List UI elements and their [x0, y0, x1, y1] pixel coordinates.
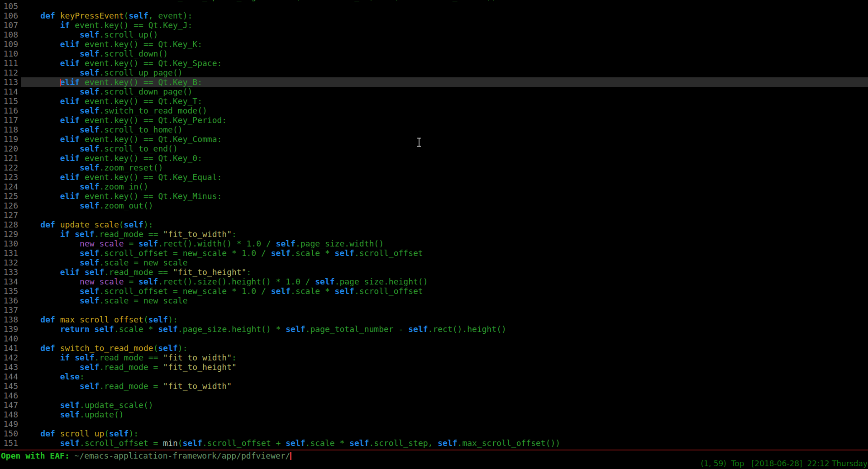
code-line[interactable]: 116 self.switch_to_read_mode()	[0, 106, 868, 115]
code-line[interactable]: 141 def switch_to_read_mode(self):	[0, 343, 868, 353]
line-number: 115	[0, 96, 21, 106]
line-number: 128	[0, 220, 21, 229]
code-text: self.scroll_offset = min(self.scroll_off…	[21, 438, 868, 448]
line-number: 117	[0, 115, 21, 125]
code-line[interactable]: 140	[0, 334, 868, 343]
code-text: def update_scale(self):	[21, 220, 868, 229]
code-line[interactable]: 148 self.update()	[0, 410, 868, 419]
code-line[interactable]: 145 self.read_mode = "fit_to_width"	[0, 381, 868, 391]
line-number: 118	[0, 125, 21, 134]
emacs-frame: { "colors": { "keyword": "#1E86E8", "fun…	[0, 0, 868, 469]
code-line[interactable]: 137	[0, 305, 868, 315]
minibuffer-input[interactable]: ~/emacs-application-framework/app/pdfvie…	[75, 451, 291, 460]
code-line[interactable]: 114 self.scroll_down_page()	[0, 87, 868, 96]
code-line[interactable]: 108 self.scroll_up()	[0, 30, 868, 39]
line-number: 139	[0, 324, 21, 334]
code-line[interactable]: 142 if self.read_mode == "fit_to_width":	[0, 353, 868, 362]
code-line[interactable]: 121 elif event.key() == Qt.Key_0:	[0, 153, 868, 163]
code-text: elif event.key() == Qt.Key_B:	[21, 77, 868, 87]
code-line[interactable]: 115 elif event.key() == Qt.Key_T:	[0, 96, 868, 106]
code-text: def switch_to_read_mode(self):	[21, 343, 868, 353]
line-number: 106	[0, 11, 21, 20]
code-line[interactable]: 134 new_scale = self.rect().size().heigh…	[0, 277, 868, 286]
code-text	[21, 334, 868, 343]
code-text: self.switch_to_read_mode()	[21, 106, 868, 115]
line-number: 140	[0, 334, 21, 343]
line-number: 130	[0, 239, 21, 248]
code-line[interactable]: 150 def scroll_up(self):	[0, 429, 868, 438]
code-text: elif event.key() == Qt.Key_T:	[21, 96, 868, 106]
code-text: self.zoom_in()	[21, 182, 868, 191]
code-line[interactable]: 128 def update_scale(self):	[0, 220, 868, 229]
line-number: 116	[0, 106, 21, 115]
code-text: self.scroll_down_page()	[21, 87, 868, 96]
code-line[interactable]: 136 self.scale = new_scale	[0, 296, 868, 305]
code-line[interactable]: 127	[0, 210, 868, 220]
mode-line-divider	[0, 450, 868, 450]
code-line[interactable]: 135 self.scroll_offset = new_scale * 1.0…	[0, 286, 868, 296]
code-line[interactable]: 111 elif event.key() == Qt.Key_Space:	[0, 58, 868, 68]
line-number: 146	[0, 391, 21, 400]
line-number: 105	[0, 1, 21, 11]
line-number: 135	[0, 286, 21, 296]
code-line[interactable]: 149	[0, 419, 868, 429]
line-number: 114	[0, 87, 21, 96]
code-line[interactable]: 123 elif event.key() == Qt.Key_Equal:	[0, 172, 868, 182]
code-text: self.read_mode = "fit_to_height"	[21, 362, 868, 372]
line-number: 143	[0, 362, 21, 372]
code-line[interactable]: 143 self.read_mode = "fit_to_height"	[0, 362, 868, 372]
line-number: 120	[0, 144, 21, 153]
code-line[interactable]: 122 self.zoom_reset()	[0, 163, 868, 172]
code-line[interactable]: 147 self.update_scale()	[0, 400, 868, 410]
code-line[interactable]: 105	[0, 1, 868, 11]
minibuffer[interactable]: Open with EAF: ~/emacs-application-frame…	[1, 451, 291, 460]
code-line[interactable]: 106 def keyPressEvent(self, event):	[0, 11, 868, 20]
code-line[interactable]: 126 self.zoom_out()	[0, 201, 868, 210]
code-line[interactable]: 129 if self.read_mode == "fit_to_width":	[0, 229, 868, 239]
line-number: 119	[0, 134, 21, 144]
line-number: 151	[0, 438, 21, 448]
line-number: 138	[0, 315, 21, 324]
code-line[interactable]: 120 self.scroll_to_end()	[0, 144, 868, 153]
code-text	[21, 305, 868, 315]
line-number: 134	[0, 277, 21, 286]
line-number: 137	[0, 305, 21, 315]
code-text: def keyPressEvent(self, event):	[21, 11, 868, 20]
code-line[interactable]: 118 self.scroll_to_home()	[0, 125, 868, 134]
minibuffer-prompt: Open with EAF:	[1, 451, 75, 460]
line-number: 112	[0, 68, 21, 77]
code-line[interactable]: 110 self.scroll_down()	[0, 49, 868, 58]
code-line[interactable]: 107 if event.key() == Qt.Key_J:	[0, 20, 868, 30]
code-line[interactable]: 131 self.scroll_offset = new_scale * 1.0…	[0, 248, 868, 258]
line-number: 109	[0, 39, 21, 49]
code-line[interactable]: 144 else:	[0, 372, 868, 381]
code-line[interactable]: 132 self.scale = new_scale	[0, 258, 868, 267]
code-text: if self.read_mode == "fit_to_width":	[21, 353, 868, 362]
code-line-current[interactable]: 113 elif event.key() == Qt.Key_B:	[0, 77, 868, 87]
line-number: 127	[0, 210, 21, 220]
code-line[interactable]: 117 elif event.key() == Qt.Key_Period:	[0, 115, 868, 125]
line-number: 142	[0, 353, 21, 362]
code-text: elif event.key() == Qt.Key_Period:	[21, 115, 868, 125]
code-line[interactable]: 112 self.scroll_up_page()	[0, 68, 868, 77]
code-line[interactable]: 139 return self.scale * self.page_size.h…	[0, 324, 868, 334]
code-line[interactable]: 133 elif self.read_mode == "fit_to_heigh…	[0, 267, 868, 277]
code-text	[21, 1, 868, 11]
code-line[interactable]: 151 self.scroll_offset = min(self.scroll…	[0, 438, 868, 448]
code-text	[21, 391, 868, 400]
code-text: else:	[21, 372, 868, 381]
code-buffer[interactable]: 104 self.buffer.caller.first_file_update…	[0, 0, 868, 448]
code-line[interactable]: 146	[0, 391, 868, 400]
code-line[interactable]: 109 elif event.key() == Qt.Key_K:	[0, 39, 868, 49]
code-line[interactable]: 124 self.zoom_in()	[0, 182, 868, 191]
code-text: self.update_scale()	[21, 400, 868, 410]
code-line[interactable]: 138 def max_scroll_offset(self):	[0, 315, 868, 324]
code-text	[21, 210, 868, 220]
code-line[interactable]: 125 elif event.key() == Qt.Key_Minus:	[0, 191, 868, 201]
code-line[interactable]: 119 elif event.key() == Qt.Key_Comma:	[0, 134, 868, 144]
code-line[interactable]: 130 new_scale = self.rect().width() * 1.…	[0, 239, 868, 248]
line-number: 131	[0, 248, 21, 258]
code-text: self.scale = new_scale	[21, 258, 868, 267]
code-text: return self.scale * self.page_size.heigh…	[21, 324, 868, 334]
code-text: if self.read_mode == "fit_to_width":	[21, 229, 868, 239]
